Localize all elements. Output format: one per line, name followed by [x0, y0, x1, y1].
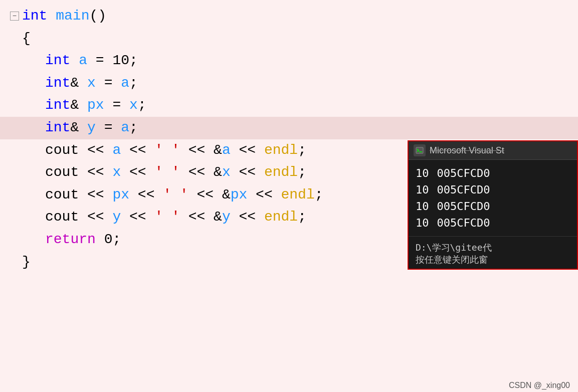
code-line-int-ref-y: int& y = a;	[0, 117, 578, 139]
terminal-line-3: 10 005CFCD0	[416, 198, 570, 215]
addr-px: px	[231, 185, 248, 206]
char-lit2: ' '	[154, 162, 179, 183]
char-lit4: ' '	[154, 207, 179, 228]
val-a1: a	[112, 140, 121, 161]
output-num-4: 10	[416, 215, 429, 231]
val-y: y	[112, 207, 121, 228]
val-x: x	[112, 162, 121, 183]
code-line-int-ref-px: int& px = x;	[0, 94, 578, 117]
output-addr-3: 005CFCD0	[437, 198, 490, 215]
code-line-open-brace: {	[0, 28, 578, 50]
terminal-header: Microsoft Visual St	[409, 141, 577, 160]
terminal-line-2: 10 005CFCD0	[416, 181, 570, 198]
terminal-window: Microsoft Visual St 10 005CFCD0 10 005CF…	[408, 140, 578, 270]
code-line-int-ref-x: int& x = a;	[0, 72, 578, 95]
ref-a: a	[121, 73, 129, 94]
author-label: CSDN @_xing00	[509, 381, 570, 389]
output-num-3: 10	[416, 198, 429, 215]
output-addr-4: 005CFCD0	[437, 215, 490, 231]
terminal-hint-text: 按任意键关闭此窗	[416, 254, 570, 266]
terminal-body: 10 005CFCD0 10 005CFCD0 10 005CFCD0 10 0…	[409, 160, 577, 236]
output-addr-2: 005CFCD0	[437, 181, 490, 198]
output-num-2: 10	[416, 181, 429, 198]
collapse-button[interactable]: −	[10, 12, 19, 21]
endl2: endl	[264, 162, 298, 183]
func-name: main	[56, 6, 89, 27]
endl4: endl	[264, 207, 298, 228]
var-y: y	[87, 118, 96, 138]
code-line-main-decl: −int main()	[0, 5, 578, 28]
var-px: px	[87, 95, 104, 116]
var-x: x	[87, 73, 96, 94]
kw-return: return	[45, 230, 96, 250]
kw-int-x: int	[45, 73, 70, 94]
char-lit3: ' '	[163, 185, 188, 206]
char-lit1: ' '	[154, 140, 179, 161]
terminal-title: Microsoft Visual St	[430, 145, 504, 156]
code-line-int-a: int a = 10;	[0, 50, 578, 72]
endl3: endl	[281, 185, 315, 206]
code-editor: −int main() { int a = 10; int& x = a; in…	[0, 0, 578, 392]
addr-a: a	[222, 140, 231, 161]
terminal-app-icon	[414, 144, 426, 156]
ref-a2: a	[121, 118, 129, 138]
keyword-int: int	[22, 6, 47, 27]
kw-int-px: int	[45, 95, 70, 116]
var-a: a	[79, 51, 87, 71]
terminal-path: D:\学习\gitee代 按任意键关闭此窗	[409, 236, 577, 269]
terminal-line-4: 10 005CFCD0	[416, 215, 570, 231]
svg-rect-0	[416, 147, 423, 153]
kw-int-a: int	[45, 51, 70, 71]
output-num-1: 10	[416, 165, 429, 181]
output-addr-1: 005CFCD0	[437, 165, 490, 181]
addr-x: x	[222, 162, 231, 183]
ref-x: x	[129, 95, 138, 116]
kw-int-y: int	[45, 118, 70, 138]
terminal-path-text: D:\学习\gitee代	[416, 242, 570, 254]
addr-y: y	[222, 207, 231, 228]
bottom-bar: CSDN @_xing00	[501, 379, 578, 392]
val-px: px	[112, 185, 129, 206]
terminal-line-1: 10 005CFCD0	[416, 165, 570, 181]
endl1: endl	[264, 140, 298, 161]
